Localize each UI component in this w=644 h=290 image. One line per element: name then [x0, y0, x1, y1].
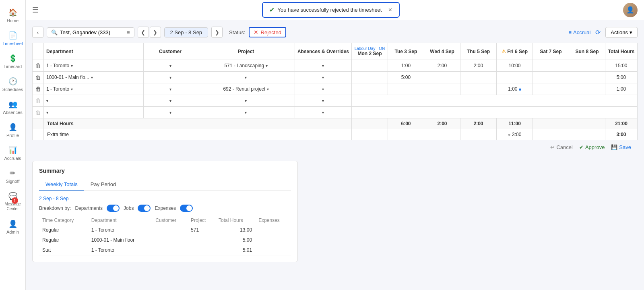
tue-cell[interactable]: 5:00 [388, 72, 424, 83]
thu-cell[interactable] [460, 72, 497, 83]
approve-button[interactable]: ✔ Approve [579, 144, 605, 150]
breakdown-label: Breakdown by: [39, 205, 71, 211]
total-fri: 11:00 [497, 118, 533, 129]
thu-cell[interactable]: 2:00 [460, 60, 497, 72]
summary-category: Stat [39, 245, 88, 255]
sidebar-item-timesheet[interactable]: 📄 Timesheet [0, 27, 25, 50]
absences-chevron-icon[interactable]: ▾ [322, 75, 324, 80]
jobs-toggle[interactable] [138, 205, 151, 212]
dept-chevron-icon[interactable]: ▾ [46, 110, 48, 115]
project-chevron-icon[interactable]: ▾ [267, 87, 269, 91]
fri-cell[interactable] [497, 72, 533, 83]
sat-cell[interactable] [533, 60, 569, 72]
sun-cell[interactable] [569, 83, 605, 95]
tab-weekly-totals[interactable]: Weekly Totals [39, 179, 84, 191]
summary-dept: 1000-01 - Main floor [88, 235, 152, 245]
approve-label: Approve [585, 144, 605, 150]
summary-title: Summary [39, 168, 291, 174]
sidebar-item-home[interactable]: 🏠 Home [0, 4, 25, 27]
fri-cell[interactable]: 10:00 [497, 60, 533, 72]
sidebar-item-profile[interactable]: 👤 Profile [0, 119, 25, 142]
absences-chevron-icon[interactable]: ▾ [322, 64, 324, 68]
accrual-button[interactable]: ≡ Accrual [568, 29, 590, 35]
save-button[interactable]: 💾 Save [611, 144, 631, 150]
actions-button[interactable]: Actions ▾ [605, 27, 638, 38]
col-expenses: Expenses [255, 216, 291, 225]
sun-cell[interactable] [569, 60, 605, 72]
nav-arrow-left[interactable]: ❮ [138, 27, 149, 38]
search-icon: 🔍 [51, 29, 58, 35]
customer-chevron-icon[interactable]: ▾ [169, 87, 171, 91]
sat-cell[interactable] [533, 83, 569, 95]
project-chevron-icon[interactable]: ▾ [245, 99, 247, 103]
extra-sat [533, 129, 569, 140]
sun-cell[interactable] [569, 72, 605, 83]
search-input[interactable] [60, 29, 124, 35]
project-chevron-icon[interactable]: ▾ [266, 64, 268, 68]
delete-row-3-button[interactable]: 🗑 [35, 86, 41, 92]
avatar[interactable]: 👤 [623, 3, 638, 17]
delete-row-5-button[interactable]: 🗑 [35, 109, 41, 116]
dept-chevron-icon[interactable]: ▾ [46, 99, 48, 103]
nav-arrow-right[interactable]: ❯ [211, 27, 223, 38]
sidebar-item-admin[interactable]: 👤 Admin [0, 215, 25, 238]
sat-cell[interactable] [533, 72, 569, 83]
dept-chevron-icon[interactable]: ▾ [71, 87, 73, 91]
delete-row-1-button[interactable]: 🗑 [35, 62, 41, 69]
wed-cell[interactable] [424, 72, 460, 83]
col-total: Total Hours [605, 43, 638, 60]
total-cell: 1:00 [605, 83, 638, 95]
dept-cell: 1 - Toronto ▾ [44, 60, 144, 72]
absences-chevron-icon[interactable]: ▾ [322, 99, 324, 103]
customer-chevron-icon[interactable]: ▾ [169, 99, 171, 103]
wed-cell[interactable] [424, 83, 460, 95]
menu-icon[interactable]: ☰ [32, 6, 39, 14]
customer-cell: ▾ [144, 72, 197, 83]
breakdown-row: Breakdown by: Departments Jobs Expenses [39, 205, 291, 212]
absences-cell: ▾ [295, 95, 351, 107]
refresh-button[interactable]: ⟳ [595, 29, 601, 36]
total-hours-label: Total Hours [44, 118, 352, 129]
delete-row-2-button[interactable]: 🗑 [35, 74, 41, 81]
absences-cell: ▾ [295, 60, 351, 72]
customer-chevron-icon[interactable]: ▾ [169, 110, 171, 115]
sidebar-item-accruals[interactable]: 📊 Accruals [0, 142, 25, 165]
customer-chevron-icon[interactable]: ▾ [169, 75, 171, 80]
nav-arrow-right-alt[interactable]: ❯ [150, 27, 161, 38]
sidebar-item-message-center[interactable]: 💬1 Message Center [0, 188, 25, 215]
col-thu: Thu 5 Sep [460, 43, 497, 60]
tue-cell[interactable]: 1:00 [388, 60, 424, 72]
tue-cell[interactable] [388, 83, 424, 95]
mon-cell[interactable] [352, 60, 388, 72]
mon-cell[interactable] [352, 83, 388, 95]
close-icon[interactable]: ✕ [388, 7, 392, 13]
wed-cell[interactable]: 2:00 [424, 60, 460, 72]
absences-chevron-icon[interactable]: ▾ [322, 110, 324, 115]
project-chevron-icon[interactable]: ▾ [245, 75, 247, 80]
absences-chevron-icon[interactable]: ▾ [322, 87, 324, 91]
project-chevron-icon[interactable]: ▾ [245, 110, 247, 115]
total-hours-row: Total Hours 6:00 2:00 2:00 11:00 21:00 [33, 118, 638, 129]
fri-cell[interactable]: 1:00 ■ [497, 83, 533, 95]
toolbar: ‹ 🔍 ≡ ❮ ❯ 2 Sep - 8 Sep ❯ Status: ✕ Reje… [32, 27, 638, 38]
delete-row-4-button[interactable]: 🗑 [35, 97, 41, 104]
cancel-button[interactable]: ↩ Cancel [550, 144, 572, 150]
thu-cell[interactable] [460, 83, 497, 95]
expenses-toggle[interactable] [180, 205, 193, 212]
departments-toggle[interactable] [107, 205, 120, 212]
mon-cell[interactable] [352, 72, 388, 83]
prev-page-button[interactable]: ‹ [32, 27, 43, 38]
sidebar-item-signoff[interactable]: ✏ Signoff [0, 165, 25, 188]
tab-pay-period[interactable]: Pay Period [84, 179, 123, 191]
sidebar-item-schedules[interactable]: 🕐 Schedules [0, 73, 25, 96]
filter-icon[interactable]: ≡ [127, 29, 130, 35]
date-range-button[interactable]: 2 Sep - 8 Sep [164, 27, 208, 37]
dept-chevron-icon[interactable]: ▾ [91, 75, 93, 80]
customer-cell: ▾ [144, 60, 197, 72]
info-square-icon[interactable]: ■ [519, 87, 521, 91]
customer-chevron-icon[interactable]: ▾ [169, 64, 171, 68]
sidebar-item-timecard[interactable]: 💲 Timecard [0, 50, 25, 73]
sidebar-item-absences[interactable]: 👥 Absences [0, 96, 25, 119]
sidebar-item-label: Home [7, 18, 19, 23]
dept-chevron-icon[interactable]: ▾ [71, 64, 73, 68]
